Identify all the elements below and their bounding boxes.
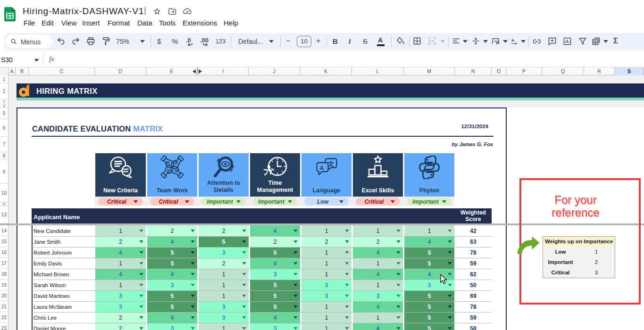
svg-text:A: A <box>319 165 324 172</box>
svg-text:A: A <box>511 38 515 43</box>
